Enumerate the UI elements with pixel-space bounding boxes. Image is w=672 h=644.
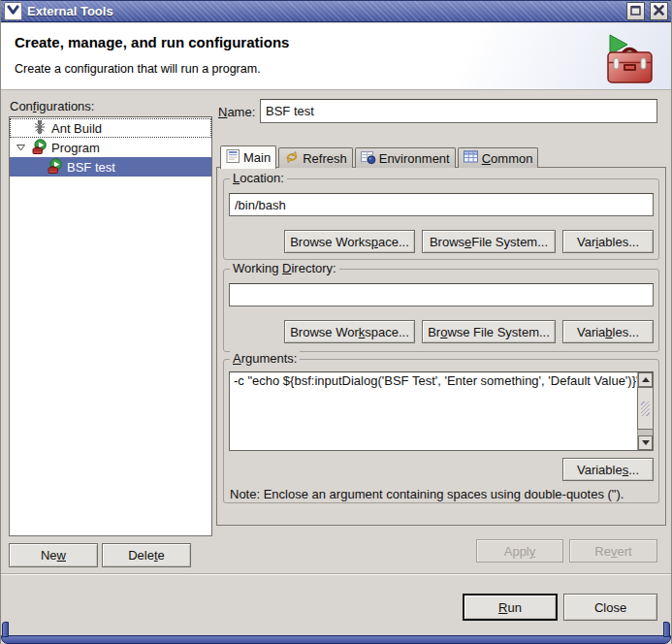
location-variables-button[interactable]: Variables... — [562, 230, 654, 253]
run-button[interactable]: Run — [463, 594, 558, 621]
tree-item-label: Program — [51, 141, 100, 155]
page-subtitle: Create a configuration that will run a p… — [15, 62, 657, 76]
window-bottom-border — [1, 635, 671, 644]
working-directory-input[interactable] — [229, 283, 654, 306]
tree-item-label: Ant Build — [51, 121, 102, 136]
tree-item-bsf-test[interactable]: BSF test — [10, 157, 211, 177]
arguments-variables-button[interactable]: Variables... — [562, 458, 654, 481]
run-program-icon — [32, 139, 48, 157]
arguments-note: Note: Enclose an argument containing spa… — [230, 487, 624, 501]
tab-refresh[interactable]: Refresh — [278, 147, 353, 168]
tab-main[interactable]: Main — [220, 145, 276, 169]
table-icon — [464, 150, 479, 166]
scroll-down-icon[interactable] — [638, 435, 653, 450]
close-button[interactable] — [650, 2, 668, 20]
arguments-legend: Arguments: — [230, 351, 300, 367]
window-title: External Tools — [27, 4, 622, 18]
run-toolbox-icon — [599, 31, 659, 88]
tree-item-ant-build[interactable]: Ant Build — [10, 118, 211, 138]
tab-environment[interactable]: Environment — [355, 147, 456, 168]
location-browse-workspace-button[interactable]: Browse Workspace... — [284, 230, 415, 253]
external-tools-dialog: External Tools Create, manage, and run c… — [0, 0, 672, 644]
configurations-tree[interactable]: Ant Build Program — [9, 116, 212, 536]
working-directory-legend: Working Directory: — [230, 261, 339, 276]
delete-button[interactable]: Delete — [102, 543, 191, 567]
run-program-icon — [48, 158, 63, 177]
tree-item-label: BSF test — [67, 160, 115, 175]
name-input[interactable] — [260, 99, 657, 123]
tab-label: Main — [243, 150, 271, 165]
page-title: Create, manage, and run configurations — [15, 34, 657, 50]
working-directory-group: Working Directory: Browse Workspace... B… — [223, 269, 659, 352]
footer-separator — [1, 573, 671, 575]
tree-item-program[interactable]: Program — [10, 138, 211, 157]
new-button[interactable]: New — [9, 543, 98, 567]
close-icon — [654, 4, 664, 18]
expander-arrow-icon[interactable] — [14, 143, 28, 152]
tab-label: Environment — [379, 151, 450, 166]
scroll-up-icon[interactable] — [638, 372, 653, 387]
apply-button[interactable]: Apply — [476, 539, 563, 563]
main-tab-panel: Location: Browse Workspace... Browse Fil… — [216, 167, 666, 526]
arguments-textarea[interactable]: -c "echo ${bsf:inputDialog('BSF Test', '… — [230, 372, 637, 450]
location-group: Location: Browse Workspace... Browse Fil… — [223, 178, 659, 260]
maximize-button[interactable] — [626, 2, 645, 20]
tab-label: Refresh — [303, 151, 347, 166]
location-browse-filesystem-button[interactable]: Browse File System... — [422, 230, 556, 253]
refresh-icon — [284, 150, 300, 167]
tab-bar: Main Refresh Environment Commo — [220, 145, 538, 168]
tab-common[interactable]: Common — [458, 147, 539, 168]
tab-label: Common — [482, 151, 533, 166]
ant-icon — [32, 119, 48, 138]
window-menu-chevron-icon — [7, 4, 19, 18]
location-legend: Location: — [230, 171, 287, 186]
dialog-header: Create, manage, and run configurations C… — [1, 23, 671, 90]
maximize-icon — [630, 4, 641, 18]
environment-icon — [361, 150, 376, 167]
titlebar[interactable]: External Tools — [1, 0, 671, 22]
wd-variables-button[interactable]: Variables... — [562, 320, 654, 343]
configurations-label: Configurations: — [10, 99, 94, 113]
scrollbar-thumb[interactable] — [637, 387, 654, 430]
wd-browse-workspace-button[interactable]: Browse Workspace... — [284, 320, 415, 343]
wd-browse-filesystem-button[interactable]: Browse File System... — [422, 320, 556, 343]
name-label: Name: — [218, 105, 255, 119]
close-dialog-button[interactable]: Close — [563, 594, 657, 621]
window-menu-button[interactable] — [4, 2, 22, 20]
arguments-scrollbar[interactable] — [637, 372, 653, 450]
document-icon — [226, 149, 240, 166]
scrollbar-track[interactable] — [638, 387, 653, 435]
location-input[interactable] — [229, 193, 654, 216]
arguments-group: Arguments: -c "echo ${bsf:inputDialog('B… — [223, 359, 659, 503]
revert-button[interactable]: Revert — [569, 539, 657, 563]
